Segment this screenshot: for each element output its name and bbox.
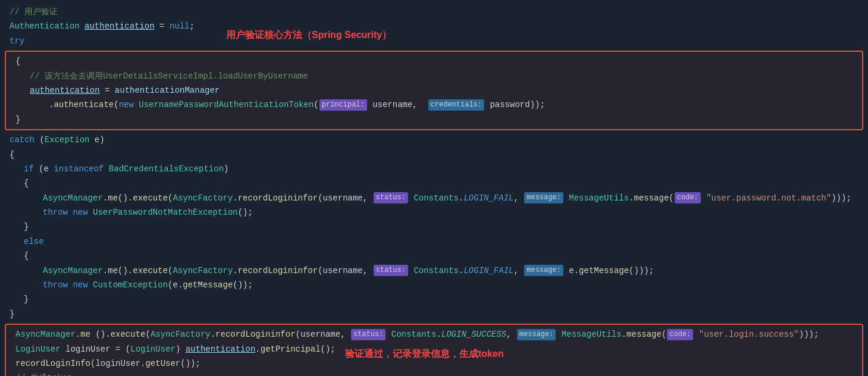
code-line: // 生成token xyxy=(6,371,862,376)
code-line: { xyxy=(0,176,868,190)
code-line: AsyncManager.me().execute(AsyncFactory.r… xyxy=(0,191,868,205)
code-line: } xyxy=(0,292,868,306)
code-line: } xyxy=(0,220,868,234)
code-line: else xyxy=(0,234,868,249)
code-line: Authentication authentication = null ; xyxy=(0,19,868,33)
highlight-box-bottom: 验证通过，记录登录信息，生成token AsyncManager.me ().e… xyxy=(5,324,863,376)
code-line: { xyxy=(0,148,868,162)
code-line: .authenticate(new UsernamePasswordAuthen… xyxy=(6,98,862,112)
code-line: } xyxy=(0,307,868,321)
code-line: throw new UserPasswordNotMatchException … xyxy=(0,205,868,220)
code-line: { xyxy=(0,249,868,263)
code-line: AsyncManager.me ().execute(AsyncFactory.… xyxy=(6,327,862,341)
highlight-box-top: { // 该方法会去调用UserDetailsServiceImpl.loadU… xyxy=(5,51,863,130)
code-line: // 用户验证 xyxy=(0,5,868,19)
code-line: // 该方法会去调用UserDetailsServiceImpl.loadUse… xyxy=(6,69,862,83)
code-line: authentication = authenticationManager xyxy=(6,83,862,98)
annotation-bottom-label: 验证通过，记录登录信息，生成token xyxy=(345,346,504,362)
code-line: } xyxy=(6,112,862,127)
code-line: AsyncManager.me().execute(AsyncFactory.r… xyxy=(0,264,868,278)
annotation-top-label: 用户验证核心方法（Spring Security） xyxy=(226,27,391,43)
code-line: throw new CustomException (e. getMessage… xyxy=(0,278,868,292)
code-line: if (e instanceof BadCredentialsException… xyxy=(0,162,868,176)
code-line: { xyxy=(6,54,862,68)
code-line: try xyxy=(0,34,868,48)
code-line: catch ( Exception e) xyxy=(0,133,868,147)
